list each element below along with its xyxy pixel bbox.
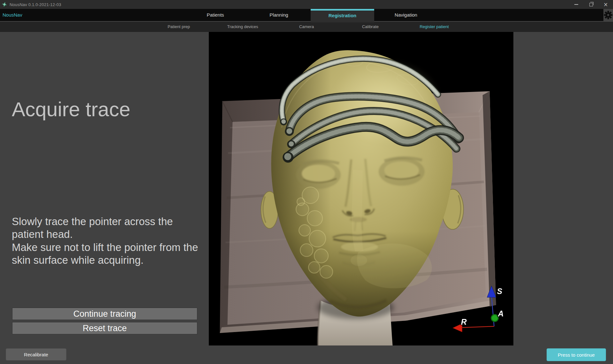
main-content: Acquire trace Slowly trace the pointer a… bbox=[0, 32, 613, 345]
registration-steps-bar: Patient prep Tracking devices Camera Cal… bbox=[0, 22, 613, 32]
close-button[interactable]: × bbox=[598, 0, 613, 9]
instruction-line-2: Make sure not to lift the pointer from t… bbox=[12, 241, 203, 267]
footer-bar: Recalibrate Press to continue bbox=[0, 345, 613, 364]
step-calibrate[interactable]: Calibrate bbox=[338, 22, 402, 32]
tab-navigation[interactable]: Navigation bbox=[374, 9, 438, 21]
instructions-text: Slowly trace the pointer across the pati… bbox=[12, 215, 203, 267]
reset-trace-button[interactable]: Reset trace bbox=[12, 322, 197, 334]
window-title: NousNav 0.1.0-2021-12-03 bbox=[10, 2, 61, 7]
press-to-continue-button[interactable]: Press to continue bbox=[547, 348, 606, 361]
close-icon: × bbox=[603, 2, 608, 7]
step-tracking-devices[interactable]: Tracking devices bbox=[211, 22, 275, 32]
axis-label-right: R bbox=[461, 317, 467, 326]
main-nav-bar: NousNav Patients Planning Registration N… bbox=[0, 9, 613, 22]
settings-button[interactable] bbox=[603, 9, 613, 21]
tab-planning[interactable]: Planning bbox=[247, 9, 311, 21]
page-title: Acquire trace bbox=[12, 98, 130, 121]
minimize-button[interactable] bbox=[569, 0, 584, 9]
step-patient-prep[interactable]: Patient prep bbox=[147, 22, 211, 32]
nousnav-window: NousNav 0.1.0-2021-12-03 × NousNav Patie… bbox=[0, 0, 613, 364]
step-camera[interactable]: Camera bbox=[275, 22, 338, 32]
main-tabs: Patients Planning Registration Navigatio… bbox=[184, 9, 438, 22]
continue-tracing-button[interactable]: Continue tracing bbox=[12, 308, 197, 320]
gear-icon bbox=[604, 11, 613, 19]
app-logo-icon bbox=[2, 2, 7, 7]
registration-steps: Patient prep Tracking devices Camera Cal… bbox=[147, 22, 466, 32]
3d-viewport[interactable]: S A R bbox=[209, 32, 513, 345]
window-controls: × bbox=[569, 0, 613, 9]
brand-label: NousNav bbox=[3, 9, 22, 21]
minimize-icon bbox=[574, 4, 578, 5]
restore-button[interactable] bbox=[584, 0, 598, 9]
tab-patients[interactable]: Patients bbox=[184, 9, 247, 21]
step-register-patient[interactable]: Register patient bbox=[402, 22, 466, 32]
restore-icon bbox=[589, 3, 593, 6]
instruction-line-1: Slowly trace the pointer across the pati… bbox=[12, 215, 203, 241]
title-bar: NousNav 0.1.0-2021-12-03 × bbox=[0, 0, 613, 9]
axis-label-superior: S bbox=[497, 287, 503, 296]
trace-actions: Continue tracing Reset trace bbox=[12, 308, 197, 337]
axis-anterior-sphere-icon bbox=[491, 315, 498, 322]
recalibrate-button[interactable]: Recalibrate bbox=[6, 348, 66, 360]
tab-registration[interactable]: Registration bbox=[311, 9, 374, 22]
axis-label-anterior: A bbox=[498, 309, 504, 318]
head-model-scene: S A R bbox=[209, 32, 513, 345]
